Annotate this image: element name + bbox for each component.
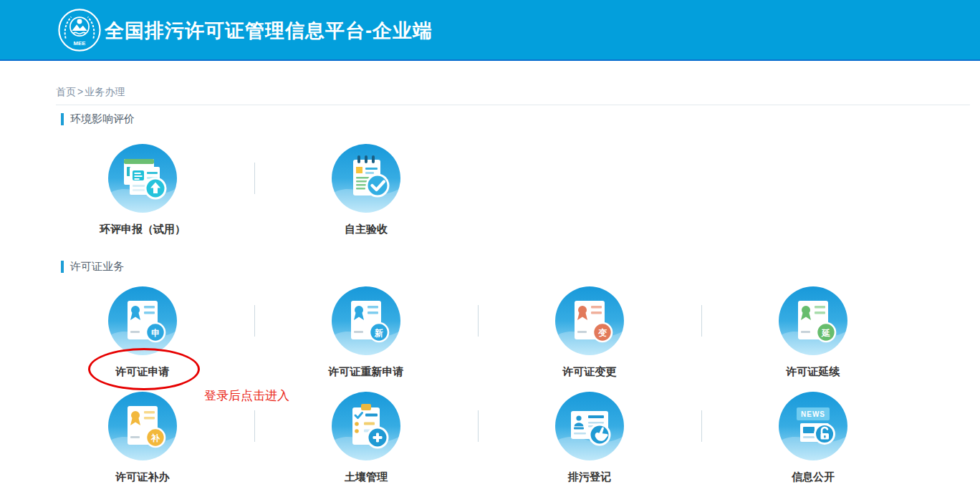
app-item-permit-apply[interactable]: 申 许可证申请 <box>31 286 254 379</box>
permit-apply-icon: 申 <box>108 286 177 355</box>
breadcrumb-divider <box>56 105 970 105</box>
divider <box>701 410 702 442</box>
app-item-label: 自主验收 <box>345 222 388 236</box>
app-item-label: 许可证补办 <box>116 470 170 484</box>
information-disclosure-unlock-icon: NEWS <box>779 392 847 460</box>
eia-row: 环评申报（试用） <box>31 144 925 236</box>
breadcrumb-separator: > <box>77 86 83 97</box>
divider <box>478 410 479 442</box>
eia-declare-upload-icon <box>108 144 177 213</box>
header-bar: MEE 全国排污许可证管理信息平台-企业端 <box>0 0 980 61</box>
page-title: 全国排污许可证管理信息平台-企业端 <box>105 0 433 61</box>
app-item-permit-reissue[interactable]: 补 许可证补办 <box>31 392 254 484</box>
permit-reapply-icon: 新 <box>332 286 400 355</box>
self-acceptance-check-icon <box>332 144 400 213</box>
app-item-permit-extension[interactable]: 延 许可证延续 <box>701 286 925 379</box>
divider <box>701 305 702 337</box>
section-title-eia: 环境影响评价 <box>61 112 135 126</box>
section-title-text: 许可证业务 <box>70 260 124 274</box>
mee-logo-text: MEE <box>74 40 86 47</box>
badge-char: 补 <box>150 433 160 443</box>
app-item-label: 许可证申请 <box>116 365 170 379</box>
breadcrumb-current: 业务办理 <box>85 86 125 97</box>
app-item-label: 信息公开 <box>792 470 835 484</box>
app-item-permit-reapply[interactable]: 新 许可证重新申请 <box>254 286 478 379</box>
badge-char: 新 <box>374 328 383 338</box>
page: MEE 全国排污许可证管理信息平台-企业端 首页>业务办理 环境影响评价 <box>0 0 980 502</box>
app-item-label: 许可证变更 <box>563 365 617 379</box>
permit-reissue-icon: 补 <box>108 392 177 460</box>
app-item-eia-declare[interactable]: 环评申报（试用） <box>31 144 254 236</box>
breadcrumb: 首页>业务办理 <box>56 86 125 99</box>
badge-char: 延 <box>821 328 830 338</box>
app-item-label: 排污登记 <box>568 470 611 484</box>
app-item-self-acceptance[interactable]: 自主验收 <box>254 144 478 236</box>
app-item-information-disclosure[interactable]: NEWS 信息公开 <box>701 392 925 484</box>
section-title-bar <box>61 261 64 273</box>
permit-extension-icon: 延 <box>779 286 847 355</box>
app-item-label: 土壤管理 <box>345 470 388 484</box>
divider <box>254 410 255 442</box>
app-item-label: 许可证延续 <box>787 365 840 379</box>
badge-char: 申 <box>151 328 160 338</box>
section-title-text: 环境影响评价 <box>70 112 135 126</box>
app-item-permit-change[interactable]: 变 许可证变更 <box>478 286 701 379</box>
app-item-discharge-registration[interactable]: 排污登记 <box>478 392 701 484</box>
soil-management-plus-icon <box>332 392 400 460</box>
discharge-registration-hand-icon <box>555 392 624 460</box>
permit-change-icon: 变 <box>555 286 624 355</box>
breadcrumb-home[interactable]: 首页 <box>56 86 76 97</box>
app-item-label: 环评申报（试用） <box>100 222 186 236</box>
mee-logo-icon: MEE <box>57 8 102 52</box>
section-title-permit: 许可证业务 <box>61 259 124 274</box>
divider <box>254 163 255 194</box>
divider <box>254 305 255 337</box>
news-text: NEWS <box>801 410 825 418</box>
section-title-bar <box>61 113 64 125</box>
divider <box>478 305 479 337</box>
app-item-soil-management[interactable]: 土壤管理 <box>254 392 478 484</box>
badge-char: 变 <box>597 328 607 338</box>
app-item-label: 许可证重新申请 <box>329 365 404 379</box>
